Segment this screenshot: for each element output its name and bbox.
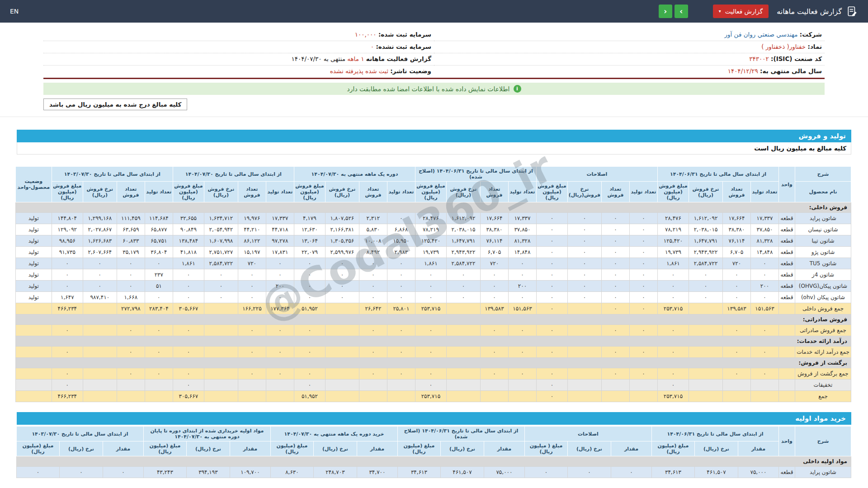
company-name-link[interactable]: مهندسي صنعتي روان فن آور bbox=[725, 31, 798, 38]
value-cell: ۰ bbox=[173, 269, 204, 281]
value-cell bbox=[751, 391, 779, 402]
value-cell: ۰ bbox=[601, 247, 629, 258]
value-cell: ۲,۰۳۸,۰۱۵ bbox=[446, 224, 480, 235]
sub-column-header: مقدار bbox=[103, 441, 143, 456]
value-cell: ۰ bbox=[415, 368, 446, 380]
value-cell: ۱,۸۰۷,۵۲۶ bbox=[325, 213, 359, 224]
value-cell: ۰ bbox=[52, 368, 83, 380]
value-cell: ۱۷,۶۶۴ bbox=[480, 213, 508, 224]
value-cell: ۲۲,۰۷۹ bbox=[294, 247, 325, 258]
value-cell: ۰ bbox=[629, 213, 657, 224]
value-cell: ۰ bbox=[52, 281, 83, 292]
value-cell: ۰ bbox=[173, 281, 204, 292]
value-cell bbox=[446, 303, 480, 314]
value-cell: ۲,۹۴۳,۹۲۲ bbox=[446, 247, 480, 258]
table-row: جمع فروش صادراتی۰۰۰۰۰۰۰۰۰۰۰۰۰۰۰۰۰۰ bbox=[15, 325, 851, 336]
report-type-button[interactable]: گزارش فعالیت ▾ bbox=[713, 5, 769, 18]
sub-column-header: مقدار bbox=[611, 441, 651, 456]
value-cell: ۱۷,۳۳۷ bbox=[266, 213, 294, 224]
table-row: شاتون نیسانقطعه۳۷,۸۵۰۳۸,۳۸۰۲,۰۳۸,۰۱۵۷۸,۲… bbox=[15, 224, 851, 235]
value-cell: ۰ bbox=[536, 391, 567, 402]
value-cell bbox=[117, 380, 145, 391]
sub-column-header: نرخ (ریال) bbox=[59, 441, 103, 456]
value-cell: ۱,۶۱۲,۰۹۲ bbox=[689, 213, 723, 224]
value-cell bbox=[83, 347, 117, 358]
value-cell: ۰ bbox=[508, 347, 536, 358]
value-cell: ۶۵,۸۷۷ bbox=[145, 224, 173, 235]
value-cell: ۰ bbox=[567, 213, 601, 224]
value-cell: ۰ bbox=[611, 467, 651, 478]
value-cell: ۰ bbox=[536, 380, 567, 391]
value-cell bbox=[83, 391, 117, 402]
unit-column-header: واحد bbox=[779, 427, 795, 456]
sub-column-header: مبلغ (میلیون ریال) bbox=[651, 441, 694, 456]
table-row: شاتون پیکان(OHVG)قطعه۲۰۰۰۰۰۰۰۰۰۲۰۰۰۰۰۰۰۰… bbox=[15, 281, 851, 292]
value-cell: ۴۶۱,۵۰۷ bbox=[440, 467, 484, 478]
report-document-icon bbox=[846, 5, 858, 17]
value-cell: ۰ bbox=[83, 269, 117, 281]
value-cell: ۰ bbox=[689, 269, 723, 281]
value-cell: ۰ bbox=[446, 292, 480, 303]
value-cell: ۲۵۳,۷۱۵ bbox=[415, 303, 446, 314]
value-cell: ۸,۶۳۰ bbox=[270, 467, 313, 478]
value-cell: ۰ bbox=[629, 292, 657, 303]
language-toggle[interactable]: EN bbox=[10, 8, 19, 15]
value-cell: ۱۷,۸۳۱ bbox=[266, 247, 294, 258]
value-cell: ۰ bbox=[601, 368, 629, 380]
value-cell: ۰ bbox=[294, 281, 325, 292]
value-cell: ۰ bbox=[536, 235, 567, 247]
value-cell: ۰ bbox=[567, 235, 601, 247]
nav-back-button[interactable]: ‹ bbox=[659, 5, 672, 18]
value-cell bbox=[567, 368, 601, 380]
table-row: جمع فروش داخلی۱۵۱,۵۶۳۱۳۹,۵۸۳۲۵۳,۷۱۵۰۰۰۱۵… bbox=[15, 303, 851, 314]
period-group-header: اصلاحات bbox=[524, 427, 651, 441]
report-type-button-label: گزارش فعالیت bbox=[725, 8, 763, 15]
value-cell: ۰ bbox=[657, 368, 689, 380]
value-cell bbox=[83, 325, 117, 336]
value-cell: ۸۱,۳۲۸ bbox=[508, 235, 536, 247]
value-cell bbox=[204, 391, 238, 402]
value-cell: ۱۹,۷۳۹ bbox=[657, 247, 689, 258]
section-label-cell: فروش صادراتی: bbox=[15, 314, 851, 325]
value-cell: ۴۶۶,۲۳۴ bbox=[52, 303, 83, 314]
value-cell: ۲,۰۳۸,۰۱۵ bbox=[689, 224, 723, 235]
value-cell: ۰ bbox=[567, 224, 601, 235]
value-cell: ۲۵,۸۰۱ bbox=[387, 303, 415, 314]
sub-column-header: نرخ فروش (ریال) bbox=[446, 182, 480, 202]
value-cell: ۲۶,۶۴۲ bbox=[359, 303, 387, 314]
value-cell bbox=[325, 391, 359, 402]
sub-column-header: مبلغ فروش (میلیون ریال) bbox=[52, 182, 83, 202]
unit-cell: قطعه bbox=[779, 235, 795, 247]
table-row: شاتون پرایدقطعه۱۷,۳۳۷۱۷,۶۶۴۱,۶۱۲,۰۹۲۲۸,۴… bbox=[15, 213, 851, 224]
value-cell: ۱,۸۶۱ bbox=[173, 258, 204, 269]
value-cell: ۵۱,۹۵۲ bbox=[294, 303, 325, 314]
value-cell: ۰ bbox=[117, 368, 145, 380]
value-cell: ۸۱,۳۲۸ bbox=[751, 235, 779, 247]
value-cell: ۰ bbox=[266, 258, 294, 269]
value-cell: ۰ bbox=[145, 258, 173, 269]
value-cell bbox=[83, 303, 117, 314]
value-cell: ۷۲۰ bbox=[480, 258, 508, 269]
sub-column-header: نرخ فروش (ریال) bbox=[325, 182, 359, 202]
sub-column-header: مقدار bbox=[738, 441, 779, 456]
value-cell: ۰ bbox=[536, 269, 567, 281]
value-cell: ۰ bbox=[387, 292, 415, 303]
value-cell bbox=[567, 325, 601, 336]
sub-column-header: نرخ (ریال) bbox=[186, 441, 230, 456]
sub-column-header: مبلغ ( میلیون ریال) bbox=[524, 441, 567, 456]
value-cell: ۵۱,۹۵۲ bbox=[294, 391, 325, 402]
value-cell: ۴,۱۷۹ bbox=[294, 213, 325, 224]
section-label-cell: درآمد ارائه خدمات: bbox=[15, 336, 851, 347]
period-group-header: از ابتدای سال مالی تا تاریخ ۱۴۰۴/۰۶/۳۱ bbox=[657, 167, 778, 182]
value-cell: ۲۰۰ bbox=[266, 281, 294, 292]
nav-forward-button[interactable]: › bbox=[675, 5, 688, 18]
value-cell: ۲۴۸,۷۰۳ bbox=[313, 467, 357, 478]
value-cell: ۰ bbox=[657, 325, 689, 336]
value-cell: ۰ bbox=[294, 292, 325, 303]
unit-cell: قطعه bbox=[779, 269, 795, 281]
value-cell: ۰ bbox=[359, 258, 387, 269]
value-cell bbox=[266, 391, 294, 402]
value-cell: ۰ bbox=[387, 213, 415, 224]
period-group-header: مواد اولیه خریداری شده از ابتدای دوره تا… bbox=[143, 427, 270, 441]
value-cell: ۰ bbox=[629, 303, 657, 314]
